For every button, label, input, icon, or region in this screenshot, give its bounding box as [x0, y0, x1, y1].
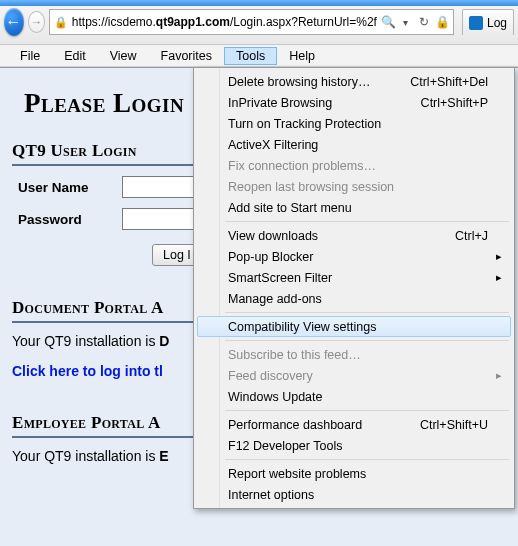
menu-performance-dashboard[interactable]: Performance dashboardCtrl+Shift+U	[197, 414, 511, 435]
tools-dropdown: Delete browsing history…Ctrl+Shift+Del I…	[193, 67, 515, 509]
menu-manage-addons[interactable]: Manage add-ons	[197, 288, 511, 309]
menu-add-start[interactable]: Add site to Start menu	[197, 197, 511, 218]
menu-tools[interactable]: Tools	[224, 47, 277, 65]
menu-popup-blocker[interactable]: Pop-up Blocker	[197, 246, 511, 267]
arrow-left-icon: ←	[5, 14, 21, 30]
refresh-icon[interactable]: ↻	[417, 15, 431, 29]
menu-compatibility-view[interactable]: Compatibility View settings	[197, 316, 511, 337]
password-label: Password	[18, 212, 108, 227]
lock-icon: 🔒	[435, 15, 449, 29]
separator	[225, 221, 509, 222]
browser-tab[interactable]: Log	[462, 9, 514, 35]
lock-icon: 🔒	[54, 16, 68, 29]
menu-windows-update[interactable]: Windows Update	[197, 386, 511, 407]
tab-favicon	[469, 16, 483, 30]
separator	[225, 312, 509, 313]
back-button[interactable]: ←	[4, 8, 24, 36]
menu-favorites[interactable]: Favorites	[149, 47, 224, 65]
separator	[225, 410, 509, 411]
separator	[225, 459, 509, 460]
tab-label: Log	[487, 16, 507, 30]
menu-edit[interactable]: Edit	[52, 47, 98, 65]
address-bar[interactable]: 🔒 https://icsdemo.qt9app1.com/Login.aspx…	[49, 9, 454, 35]
separator	[225, 340, 509, 341]
menu-smartscreen[interactable]: SmartScreen Filter	[197, 267, 511, 288]
search-icon[interactable]: 🔍	[381, 15, 395, 29]
url-text: https://icsdemo.qt9app1.com/Login.aspx?R…	[72, 15, 377, 29]
menu-bar: File Edit View Favorites Tools Help	[0, 45, 518, 67]
menu-tracking-protection[interactable]: Turn on Tracking Protection	[197, 113, 511, 134]
menu-f12-tools[interactable]: F12 Developer Tools	[197, 435, 511, 456]
browser-toolbar: ← → 🔒 https://icsdemo.qt9app1.com/Login.…	[0, 0, 518, 45]
menu-inprivate[interactable]: InPrivate BrowsingCtrl+Shift+P	[197, 92, 511, 113]
menu-help[interactable]: Help	[277, 47, 327, 65]
menu-subscribe-feed: Subscribe to this feed…	[197, 344, 511, 365]
menu-internet-options[interactable]: Internet options	[197, 484, 511, 505]
menu-report-problems[interactable]: Report website problems	[197, 463, 511, 484]
menu-reopen-session: Reopen last browsing session	[197, 176, 511, 197]
menu-feed-discovery: Feed discovery	[197, 365, 511, 386]
menu-view[interactable]: View	[98, 47, 149, 65]
menu-view-downloads[interactable]: View downloadsCtrl+J	[197, 225, 511, 246]
menu-file[interactable]: File	[8, 47, 52, 65]
username-label: User Name	[18, 180, 108, 195]
tab-strip: Log	[462, 9, 514, 35]
menu-delete-history[interactable]: Delete browsing history…Ctrl+Shift+Del	[197, 71, 511, 92]
menu-activex[interactable]: ActiveX Filtering	[197, 134, 511, 155]
dropdown-icon[interactable]: ▾	[399, 17, 413, 28]
forward-button[interactable]: →	[28, 11, 45, 33]
arrow-right-icon: →	[31, 15, 43, 29]
menu-fix-connection: Fix connection problems…	[197, 155, 511, 176]
